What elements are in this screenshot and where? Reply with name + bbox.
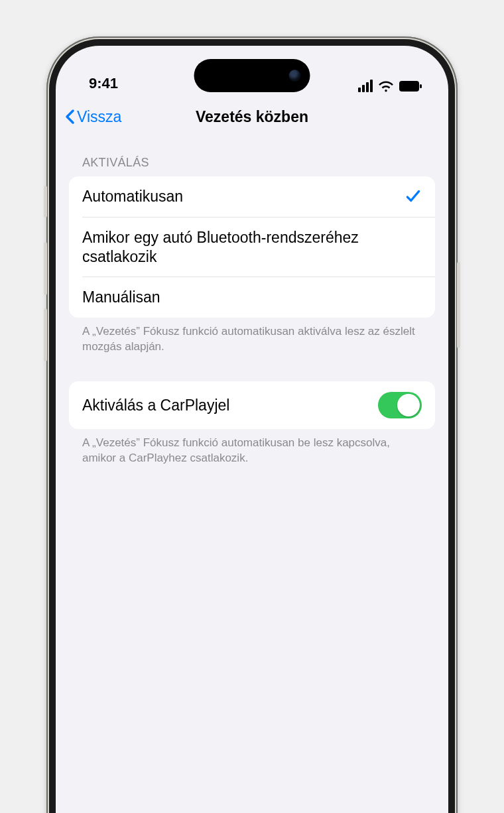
carplay-row: Aktiválás a CarPlayjel: [69, 381, 435, 429]
svg-rect-0: [399, 81, 419, 92]
back-button[interactable]: Vissza: [65, 108, 121, 126]
cellular-icon: [358, 80, 373, 92]
back-label: Vissza: [77, 108, 121, 126]
volume-up-button[interactable]: [44, 242, 47, 295]
dynamic-island: [194, 59, 310, 92]
status-icons: [358, 80, 422, 92]
option-label: Amikor egy autó Bluetooth-rendszeréhez c…: [82, 228, 422, 267]
chevron-left-icon: [65, 109, 76, 125]
power-button[interactable]: [457, 262, 460, 348]
carplay-toggle[interactable]: [378, 392, 422, 418]
carplay-footer: A „Vezetés” Fókusz funkció automatikusan…: [69, 429, 435, 466]
activation-footer: A „Vezetés” Fókusz funkció automatikusan…: [69, 318, 435, 355]
wifi-icon: [378, 80, 394, 92]
checkmark-icon: [405, 188, 422, 205]
content: AKTIVÁLÁS Automatikusan Amikor egy autó …: [56, 136, 448, 466]
carplay-group: Aktiválás a CarPlayjel: [69, 381, 435, 429]
svg-rect-1: [420, 84, 422, 88]
activation-header: AKTIVÁLÁS: [69, 136, 435, 176]
option-manual[interactable]: Manuálisan: [82, 277, 435, 318]
option-automatic[interactable]: Automatikusan: [69, 176, 435, 217]
activation-group: Automatikusan Amikor egy autó Bluetooth-…: [69, 176, 435, 318]
nav-bar: Vissza Vezetés közben: [56, 97, 448, 136]
option-label: Automatikusan: [82, 187, 405, 206]
option-label: Manuálisan: [82, 288, 422, 307]
carplay-label: Aktiválás a CarPlayjel: [82, 396, 378, 415]
mute-switch[interactable]: [44, 186, 47, 218]
volume-down-button[interactable]: [44, 308, 47, 361]
phone-frame: 9:41 Vissza Vezetés közben AKTIVÁL: [46, 36, 458, 813]
battery-icon: [399, 81, 422, 92]
option-bluetooth[interactable]: Amikor egy autó Bluetooth-rendszeréhez c…: [82, 217, 435, 277]
status-time: 9:41: [89, 75, 118, 92]
screen: 9:41 Vissza Vezetés közben AKTIVÁL: [56, 46, 448, 813]
